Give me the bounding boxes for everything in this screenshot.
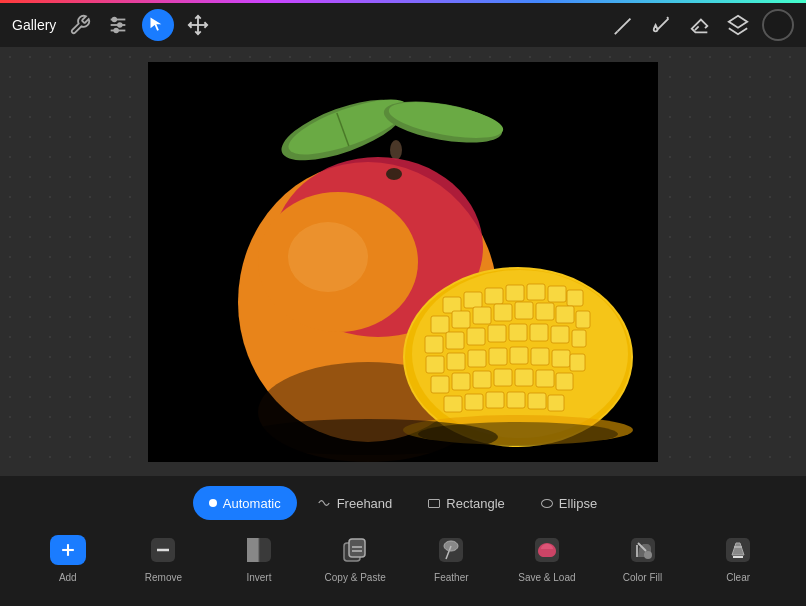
invert-label: Invert [246,572,271,583]
save-load-tool-item[interactable]: Save & Load [517,532,577,583]
save-load-label: Save & Load [518,572,575,583]
header-right-section [610,9,794,41]
svg-rect-60 [494,369,512,386]
brush-tool-icon[interactable] [648,11,676,39]
svg-rect-58 [452,373,470,390]
svg-rect-38 [536,303,554,320]
automatic-tab[interactable]: Automatic [193,486,297,520]
copy-paste-tool-item[interactable]: Copy & Paste [325,532,386,583]
svg-rect-53 [510,347,528,364]
automatic-tab-label: Automatic [223,496,281,511]
svg-rect-51 [468,350,486,367]
svg-rect-40 [576,311,590,328]
freehand-tab[interactable]: Freehand [301,486,409,520]
feather-label: Feather [434,572,468,583]
selection-tool-button[interactable] [142,9,174,41]
header-toolbar: Gallery [0,3,806,47]
mango-svg [148,62,658,462]
svg-rect-30 [527,284,545,300]
svg-rect-32 [567,290,583,306]
svg-rect-41 [425,336,443,353]
svg-rect-66 [486,392,504,408]
copy-paste-label: Copy & Paste [325,572,386,583]
svg-point-72 [418,422,618,446]
svg-rect-55 [552,350,570,367]
svg-rect-39 [556,306,574,323]
svg-rect-33 [431,316,449,333]
svg-rect-35 [473,307,491,324]
ellipse-tab-label: Ellipse [559,496,597,511]
adjust-icon[interactable] [104,11,132,39]
svg-rect-36 [494,304,512,321]
canvas-image [148,62,658,462]
svg-rect-50 [447,353,465,370]
pen-tool-icon[interactable] [610,11,638,39]
svg-point-20 [288,222,368,292]
svg-rect-49 [426,356,444,373]
invert-tool-item[interactable]: Invert [229,532,289,583]
svg-rect-34 [452,311,470,328]
svg-rect-31 [548,286,566,302]
svg-point-3 [113,18,117,22]
svg-rect-63 [556,373,573,390]
save-load-icon [529,532,565,568]
svg-rect-59 [473,371,491,388]
svg-rect-56 [570,354,585,371]
svg-point-22 [386,168,402,180]
svg-rect-68 [528,393,546,409]
rectangle-tab[interactable]: Rectangle [412,486,521,520]
feather-icon [433,532,469,568]
bottom-panel: Automatic Freehand Rectangle Ellipse [0,476,806,606]
color-swatch[interactable] [762,9,794,41]
svg-rect-29 [506,285,524,301]
remove-tool-item[interactable]: Remove [133,532,193,583]
selection-mode-tabs: Automatic Freehand Rectangle Ellipse [193,476,613,528]
svg-rect-28 [485,288,503,304]
svg-rect-64 [444,396,462,412]
eraser-tool-icon[interactable] [686,11,714,39]
svg-rect-48 [572,330,586,347]
svg-point-4 [118,23,122,27]
feather-tool-item[interactable]: Feather [421,532,481,583]
remove-icon [145,532,181,568]
gallery-button[interactable]: Gallery [12,17,56,33]
svg-rect-27 [464,292,482,308]
clear-label: Clear [726,572,750,583]
layers-icon[interactable] [724,11,752,39]
svg-rect-47 [551,326,569,343]
add-icon [50,532,86,568]
svg-point-11 [390,140,402,160]
color-fill-icon [625,532,661,568]
clear-icon [720,532,756,568]
svg-rect-42 [446,332,464,349]
ellipse-tab[interactable]: Ellipse [525,486,613,520]
svg-rect-45 [509,324,527,341]
svg-rect-46 [530,324,548,341]
rectangle-tab-label: Rectangle [446,496,505,511]
svg-marker-9 [729,16,747,28]
svg-rect-67 [507,392,525,408]
wrench-icon[interactable] [66,11,94,39]
svg-rect-44 [488,325,506,342]
svg-rect-52 [489,348,507,365]
svg-rect-69 [548,395,564,411]
rectangle-icon [428,499,440,508]
svg-rect-62 [536,370,554,387]
color-fill-label: Color Fill [623,572,662,583]
svg-point-5 [115,29,119,33]
color-fill-tool-item[interactable]: Color Fill [613,532,673,583]
add-label: Add [59,572,77,583]
freehand-icon [317,496,331,510]
clear-tool-item[interactable]: Clear [708,532,768,583]
svg-line-8 [618,19,631,32]
svg-rect-54 [531,348,549,365]
svg-rect-65 [465,394,483,410]
add-tool-item[interactable]: Add [38,532,98,583]
svg-rect-37 [515,302,533,319]
header-left-section: Gallery [12,9,598,41]
bottom-toolbar: Add Remove Inve [0,528,806,593]
canvas-area [0,47,806,476]
invert-icon [241,532,277,568]
freehand-tab-label: Freehand [337,496,393,511]
transform-icon[interactable] [184,11,212,39]
